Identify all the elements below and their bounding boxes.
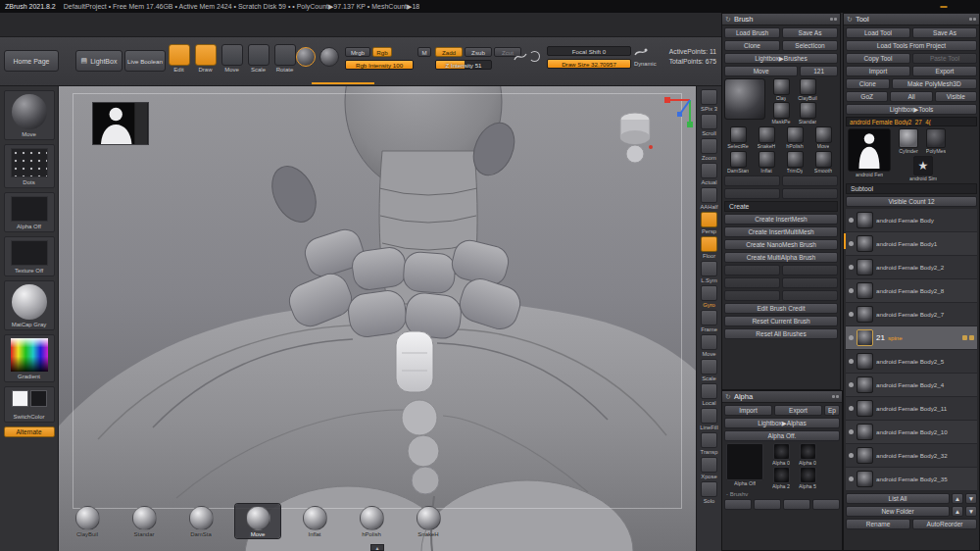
left-shelf-item[interactable]: Move (4, 90, 55, 140)
brush-clipboard-button[interactable] (782, 265, 838, 276)
alpha-modify-button[interactable] (783, 499, 810, 510)
lightbox-button[interactable]: ▤ LightBox (75, 50, 122, 72)
mrgb-button[interactable]: Mrgb (345, 47, 370, 57)
clone-tool-button[interactable]: Clone (846, 78, 890, 89)
home-page-button[interactable]: Home Page (4, 50, 59, 72)
current-alpha-cell[interactable]: Alpha Off (724, 443, 765, 489)
refresh-icon[interactable]: ↻ (847, 16, 853, 24)
goz-visible-button[interactable]: Visible (935, 91, 977, 102)
tray-brush-item[interactable]: ClayBuil (65, 504, 110, 538)
titlebar-button[interactable] (940, 6, 948, 8)
subtool-row[interactable]: android Female Body (846, 209, 977, 232)
brush-mesh-button[interactable] (782, 188, 838, 199)
subtool-down-button[interactable]: ▼ (965, 493, 977, 504)
visibility-eye-icon[interactable] (849, 335, 854, 340)
right-shelf-button[interactable]: Frame (698, 310, 721, 332)
brush-clipboard-button[interactable] (782, 290, 838, 301)
create-brush-button[interactable]: Create MultiAlpha Brush (724, 252, 838, 263)
rename-button[interactable]: Rename (846, 519, 910, 529)
subtool-row[interactable]: android Female Body1 (846, 232, 977, 256)
current-brush-thumbnail[interactable] (724, 78, 765, 120)
tool-quick-pick[interactable]: ★ android SimpleB (896, 156, 951, 181)
subtool-row[interactable]: android Female Body2_10 (846, 421, 977, 444)
palette-dock-icon[interactable] (830, 18, 837, 21)
current-tool-cell[interactable]: android Female (846, 128, 893, 181)
palette-dock-icon[interactable] (969, 18, 976, 21)
brush-quick-pick[interactable]: TrimDy (781, 151, 808, 174)
canvas-scroll-up-button[interactable]: ▲ (370, 544, 384, 551)
import-tool-button[interactable]: Import (846, 66, 910, 76)
brush-mesh-button[interactable] (724, 175, 780, 186)
alpha-modify-button[interactable] (724, 499, 752, 510)
visibility-eye-icon[interactable] (849, 429, 854, 434)
goz-button[interactable]: GoZ (846, 91, 888, 102)
current-alpha-selector[interactable]: Alpha Off. (724, 430, 840, 441)
visibility-eye-icon[interactable] (849, 218, 854, 223)
list-all-button[interactable]: List All (846, 493, 950, 504)
rgb-button[interactable]: Rgb (372, 47, 392, 57)
mode-button[interactable]: Scale (246, 44, 270, 73)
brush-clipboard-button[interactable] (724, 265, 780, 276)
current-brush-name[interactable]: Move (724, 66, 798, 76)
tray-brush-item[interactable]: Standar (122, 504, 167, 538)
refresh-icon[interactable]: ↻ (725, 16, 731, 24)
make-polymesh3d-button[interactable]: Make PolyMesh3D (892, 78, 977, 89)
front-color-swatch[interactable] (12, 390, 28, 407)
right-shelf-button[interactable]: SPix 3 (698, 89, 721, 112)
alternate-button[interactable]: Alternate (4, 426, 55, 437)
mode-button[interactable]: Move (220, 44, 244, 73)
right-shelf-button[interactable]: Local (698, 383, 721, 406)
subtool-row[interactable]: android Female Body2_11 (846, 397, 977, 421)
focal-shift-slider[interactable]: Focal Shift 0 (547, 46, 631, 56)
brush-clipboard-button[interactable] (782, 277, 838, 288)
clone-brush-button[interactable]: Clone (724, 40, 780, 51)
gear-icon[interactable] (962, 335, 967, 340)
visibility-eye-icon[interactable] (849, 265, 854, 270)
visibility-eye-icon[interactable] (849, 406, 854, 411)
subtool-section-header[interactable]: Subtool (846, 183, 977, 194)
right-shelf-button[interactable]: Move (698, 334, 721, 357)
brush-quick-pick[interactable]: hPolish (781, 126, 808, 149)
brush-clipboard-button[interactable] (724, 290, 780, 301)
export-tool-button[interactable]: Export (912, 66, 977, 76)
copy-tool-button[interactable]: Copy Tool (846, 53, 910, 64)
subtool-row[interactable]: android Female Body2_2 (846, 256, 977, 279)
visibility-eye-icon[interactable] (849, 359, 854, 364)
alpha-export-button[interactable]: Export (774, 405, 822, 416)
right-shelf-button[interactable]: AAHalf (698, 187, 721, 210)
tool-palette-header[interactable]: ↻ Tool (844, 14, 979, 25)
subtool-row[interactable]: android Female Body2_7 (846, 303, 977, 326)
brush-quick-pick[interactable]: SnakeH (753, 126, 780, 149)
subtool-row[interactable]: android Female Body2_5 (846, 350, 977, 374)
left-shelf-item[interactable]: MatCap Gray (4, 280, 55, 330)
mode-button[interactable]: Rotate (272, 44, 297, 73)
subtool-row[interactable]: android Female Body2_32 (846, 444, 977, 468)
brush-clipboard-button[interactable] (724, 277, 780, 288)
tool-quick-pick[interactable]: Cylinder (896, 128, 921, 154)
dynamic-label[interactable]: Dynamic (634, 61, 657, 67)
right-shelf-button[interactable]: Scale (698, 359, 721, 381)
reset-all-brushes-button[interactable]: Reset All Brushes (724, 328, 838, 339)
save-tool-button[interactable]: Save As (912, 27, 977, 38)
right-shelf-button[interactable]: LineFill (698, 408, 721, 430)
visibility-eye-icon[interactable] (849, 453, 854, 458)
tray-brush-item[interactable]: Move (235, 504, 280, 538)
alpha-ep-button[interactable]: Ep (824, 405, 840, 416)
right-shelf-button[interactable]: Scroll (698, 114, 721, 136)
alpha-modify-button[interactable] (754, 499, 781, 510)
brush-quick-pick[interactable]: Smooth (809, 151, 837, 174)
right-shelf-button[interactable]: Solo (698, 481, 721, 504)
tray-brush-item[interactable]: SnakeH (406, 504, 451, 538)
goz-all-button[interactable]: All (890, 91, 932, 102)
visibility-eye-icon[interactable] (849, 288, 854, 293)
create-section-header[interactable]: Create (724, 201, 838, 212)
mode-button[interactable]: Edit (167, 44, 191, 73)
left-shelf-item[interactable]: Gradient (4, 334, 55, 382)
create-brush-button[interactable]: Create InsertMultiMesh (724, 226, 838, 237)
brush-quick-pick[interactable]: Clay (768, 78, 794, 101)
lightbox-tools-button[interactable]: Lightbox▶Tools (846, 104, 977, 115)
brush-quick-pick[interactable]: Inflat (753, 151, 780, 174)
load-brush-button[interactable]: Load Brush (724, 27, 780, 38)
focal-curve-icon[interactable] (529, 51, 540, 62)
alpha-quick-pick[interactable]: Alpha 2 (768, 467, 794, 489)
